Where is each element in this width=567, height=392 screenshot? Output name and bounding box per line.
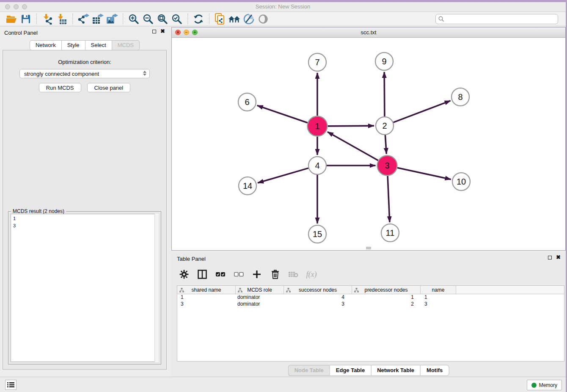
- tab-network-table[interactable]: Network Table: [371, 365, 420, 376]
- table-cell: 2: [352, 301, 421, 308]
- graph-edge-1-6[interactable]: [257, 105, 308, 123]
- mcds-result-group: MCDS result (2 nodes) 1 3: [8, 211, 161, 364]
- svg-text:8: 8: [458, 92, 462, 102]
- network-graph[interactable]: 7968124314101511: [172, 38, 565, 251]
- control-panel-tabs: Network Style Select MCDS: [0, 40, 169, 50]
- apply-style-button[interactable]: [242, 13, 256, 25]
- eye-icon: [258, 14, 269, 24]
- graph-node-10[interactable]: 10: [452, 173, 470, 190]
- table-header-row: shared name MCDS role successor nodes pr…: [177, 286, 564, 294]
- memory-status-icon: [531, 383, 537, 388]
- graph-edge-3-11[interactable]: [388, 176, 390, 222]
- float-table-panel-icon[interactable]: [548, 256, 552, 259]
- window-resize-grip[interactable]: [366, 247, 371, 249]
- toolbar-separator: [123, 14, 123, 25]
- node-table[interactable]: shared name MCDS role successor nodes pr…: [177, 285, 564, 362]
- task-history-button[interactable]: [5, 380, 17, 390]
- graph-edge-2-8[interactable]: [394, 101, 451, 122]
- table-cell: 1: [177, 294, 236, 301]
- float-panel-icon[interactable]: [152, 30, 156, 33]
- refresh-layout-button[interactable]: [191, 13, 206, 25]
- zoom-out-button[interactable]: [141, 13, 155, 25]
- graph-node-8[interactable]: 8: [451, 88, 469, 106]
- network-window-titlebar[interactable]: × − + scc.txt: [172, 28, 565, 38]
- tab-node-table[interactable]: Node Table: [288, 365, 330, 376]
- run-mcds-button[interactable]: Run MCDS: [39, 83, 81, 92]
- graph-node-7[interactable]: 7: [308, 53, 326, 71]
- refresh-icon: [193, 14, 204, 25]
- tab-network[interactable]: Network: [30, 40, 61, 50]
- export-network-button[interactable]: [76, 13, 91, 25]
- network-canvas[interactable]: 7968124314101511: [172, 38, 565, 250]
- mcds-result-list[interactable]: 1 3: [11, 214, 159, 362]
- result-scrollbar[interactable]: [154, 214, 159, 362]
- svg-text:14: 14: [243, 181, 252, 190]
- import-table-button[interactable]: [55, 13, 69, 25]
- show-columns-button[interactable]: [196, 268, 208, 280]
- graph-edge-2-3[interactable]: [385, 135, 386, 154]
- save-session-button[interactable]: [19, 13, 33, 25]
- open-session-button[interactable]: [4, 13, 19, 25]
- column-header-predecessor-nodes[interactable]: predecessor nodes: [352, 286, 421, 294]
- criterion-select[interactable]: strongly connected component: [19, 69, 150, 78]
- memory-button[interactable]: Memory: [527, 380, 562, 390]
- save-floppy-icon: [21, 14, 30, 24]
- zoom-fit-button[interactable]: [155, 13, 170, 25]
- search-input[interactable]: [435, 14, 558, 24]
- table-cell: dominator: [236, 301, 284, 308]
- deselect-all-button[interactable]: [233, 268, 245, 280]
- graph-node-9[interactable]: 9: [375, 52, 393, 70]
- graph-edge-3-1[interactable]: [328, 132, 378, 160]
- search-field-wrap: [435, 14, 558, 24]
- import-network-button[interactable]: [40, 13, 55, 25]
- graph-node-11[interactable]: 11: [381, 224, 399, 242]
- column-header-mcds-role[interactable]: MCDS role: [236, 286, 284, 294]
- toolbar-separator: [36, 14, 37, 25]
- graph-edge-1-2[interactable]: [328, 126, 374, 126]
- tab-select[interactable]: Select: [85, 40, 112, 50]
- show-hide-button[interactable]: [256, 13, 270, 25]
- table-row[interactable]: 3dominator323: [177, 301, 564, 308]
- graph-node-15[interactable]: 15: [308, 225, 326, 243]
- column-header-name[interactable]: name: [421, 286, 456, 294]
- add-button[interactable]: [251, 268, 263, 280]
- svg-text:1: 1: [315, 121, 319, 131]
- network-window-title: scc.txt: [172, 29, 565, 36]
- graph-node-4[interactable]: 4: [308, 157, 326, 174]
- svg-text:7: 7: [315, 58, 319, 67]
- tab-motifs[interactable]: Motifs: [420, 365, 449, 376]
- zoom-selected-button[interactable]: [170, 13, 184, 25]
- graph-node-14[interactable]: 14: [239, 177, 256, 195]
- graph-node-2[interactable]: 2: [376, 117, 394, 135]
- tab-style[interactable]: Style: [61, 40, 85, 50]
- export-image-button[interactable]: [105, 13, 119, 25]
- clone-network-button[interactable]: [213, 13, 227, 25]
- graph-node-1[interactable]: 1: [308, 116, 328, 136]
- column-header-shared-name[interactable]: shared name: [177, 286, 236, 294]
- graph-edge-3-10[interactable]: [397, 168, 451, 179]
- close-panel-button[interactable]: Close panel: [87, 83, 131, 92]
- table-row[interactable]: 1dominator411: [177, 294, 564, 301]
- tab-edge-table[interactable]: Edge Table: [330, 365, 371, 376]
- column-header-successor-nodes[interactable]: successor nodes: [284, 286, 352, 294]
- home-neighbors-button[interactable]: [227, 13, 242, 25]
- graph-node-6[interactable]: 6: [238, 93, 256, 111]
- export-table-button[interactable]: [91, 13, 105, 25]
- close-panel-icon[interactable]: ✖: [160, 29, 165, 33]
- table-header-filler: [456, 286, 564, 294]
- graph-edge-2-9[interactable]: [384, 72, 385, 116]
- tab-mcds[interactable]: MCDS: [112, 40, 140, 50]
- svg-text:6: 6: [245, 97, 249, 107]
- svg-text:11: 11: [386, 228, 395, 237]
- table-cell: 3: [421, 301, 456, 308]
- table-tabs: Node Table Edge Table Network Table Moti…: [288, 365, 449, 376]
- zoom-in-button[interactable]: [127, 13, 141, 25]
- table-options-button[interactable]: [178, 268, 190, 280]
- graph-node-3[interactable]: 3: [377, 156, 397, 176]
- fx-icon: f(x): [306, 270, 317, 279]
- close-table-panel-icon[interactable]: ✖: [556, 255, 561, 259]
- select-all-button[interactable]: [215, 268, 226, 280]
- delete-table-icon: [288, 271, 298, 278]
- graph-edge-4-14[interactable]: [258, 168, 308, 183]
- delete-button[interactable]: [269, 268, 281, 280]
